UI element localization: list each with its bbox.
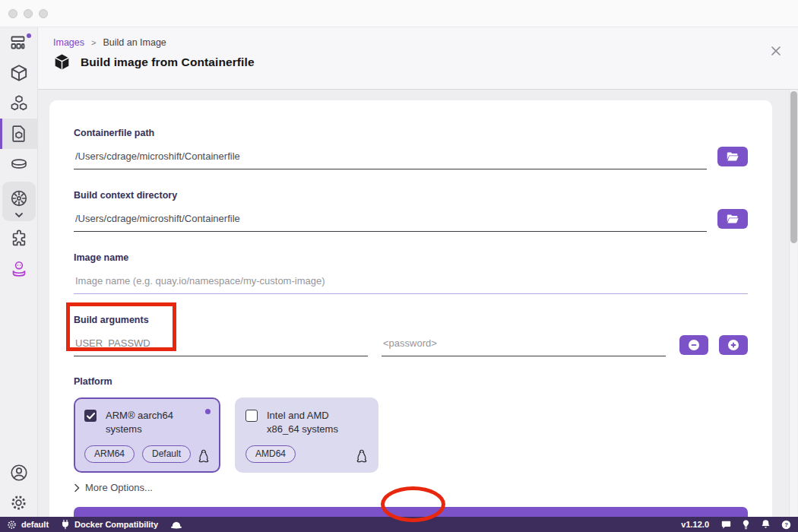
- containers-icon: [9, 63, 29, 83]
- sidebar-item-account[interactable]: [0, 458, 38, 488]
- containerfile-path-label: Containerfile path: [74, 128, 748, 138]
- app-window: Images > Build an Image Build image from…: [0, 0, 798, 532]
- close-icon[interactable]: [771, 46, 781, 56]
- close-window-button[interactable]: [8, 9, 17, 18]
- linux-penguin-icon: [198, 449, 209, 464]
- build-arguments-group: Build arguments: [74, 315, 748, 356]
- build-form-card: Containerfile path: [49, 100, 772, 517]
- sidebar: [0, 27, 38, 517]
- more-options-label: More Options...: [85, 482, 153, 493]
- lightbulb-icon[interactable]: [742, 519, 750, 530]
- macos-titlebar: [0, 0, 798, 27]
- images-icon: [9, 124, 28, 144]
- platform-group: Platform ARM® aarch64 systems: [74, 376, 748, 473]
- page-header: Images > Build an Image Build image from…: [38, 27, 798, 90]
- chevron-right-icon: [74, 483, 80, 492]
- statusbar-machine[interactable]: default: [7, 520, 49, 530]
- breadcrumb-separator: >: [91, 38, 96, 47]
- podman-icon: [170, 521, 182, 529]
- kubernetes-icon: [9, 188, 29, 208]
- statusbar-docker-compat[interactable]: Docker Compatibility: [61, 519, 158, 530]
- dashboard-icon: [9, 33, 28, 52]
- sidebar-item-pods[interactable]: [0, 88, 38, 119]
- podman-machine-icon: [7, 520, 17, 530]
- browse-containerfile-button[interactable]: [717, 147, 748, 166]
- containerfile-path-group: Containerfile path: [74, 128, 748, 169]
- extensions-icon: [9, 229, 29, 249]
- image-name-label: Image name: [74, 252, 748, 263]
- platform-card-title: ARM® aarch64 systems: [106, 409, 210, 435]
- volumes-icon: [9, 155, 29, 173]
- sidebar-item-kubernetes[interactable]: [0, 185, 38, 211]
- scrollbar[interactable]: [789, 90, 797, 517]
- checkbox-checked-icon[interactable]: [84, 410, 97, 422]
- platform-card-arm64[interactable]: ARM® aarch64 systems ARM64 Default: [74, 397, 220, 473]
- sidebar-item-dashboard[interactable]: [0, 27, 38, 58]
- platform-label: Platform: [74, 376, 748, 387]
- scrollbar-thumb[interactable]: [790, 91, 797, 243]
- minimize-window-button[interactable]: [24, 9, 33, 18]
- checkbox-unchecked-icon[interactable]: [245, 410, 258, 422]
- platform-card-amd64[interactable]: Intel and AMD x86_64 systems AMD64: [235, 397, 378, 473]
- status-bar: default Docker Compatibility v1.12.0: [0, 517, 798, 532]
- more-options-toggle[interactable]: More Options...: [74, 482, 748, 493]
- build-context-label: Build context directory: [74, 190, 748, 201]
- statusbar-machine-label: default: [21, 520, 49, 529]
- sidebar-item-images[interactable]: [0, 119, 38, 149]
- pods-icon: [9, 93, 29, 113]
- svg-text:?: ?: [784, 521, 788, 528]
- build-context-group: Build context directory: [74, 190, 748, 232]
- maximize-window-button[interactable]: [39, 9, 48, 18]
- plus-circle-icon: [727, 339, 739, 351]
- notification-dot: [27, 33, 31, 38]
- build-arg-key-input[interactable]: [74, 330, 368, 356]
- statusbar-podman[interactable]: [170, 521, 182, 529]
- folder-open-icon: [727, 214, 739, 224]
- breadcrumb: Images > Build an Image: [53, 37, 784, 48]
- image-name-input[interactable]: [74, 268, 748, 294]
- plug-icon: [61, 519, 70, 530]
- sidebar-group-kubernetes: [2, 182, 36, 221]
- chevron-down-icon[interactable]: [14, 211, 24, 219]
- build-cube-icon: [53, 53, 71, 71]
- platform-badge: ARM64: [84, 445, 135, 463]
- platform-badge: AMD64: [245, 445, 296, 463]
- containerfile-path-input[interactable]: [74, 143, 707, 169]
- folder-open-icon: [727, 151, 739, 162]
- selected-dot-icon: [205, 409, 211, 414]
- help-icon[interactable]: ?: [781, 520, 791, 530]
- settings-icon: [9, 493, 28, 512]
- account-icon: [9, 463, 29, 483]
- statusbar-version: v1.12.0: [681, 520, 709, 529]
- sidebar-item-ai-lab[interactable]: [0, 254, 38, 284]
- statusbar-docker-compat-label: Docker Compatibility: [74, 520, 158, 529]
- add-build-arg-button[interactable]: [719, 335, 748, 355]
- sidebar-item-extensions[interactable]: [0, 223, 38, 254]
- linux-penguin-icon: [356, 449, 367, 464]
- build-arg-value-input[interactable]: [382, 330, 666, 356]
- image-name-group: Image name: [74, 252, 748, 294]
- breadcrumb-current: Build an Image: [103, 37, 166, 48]
- browse-context-button[interactable]: [717, 209, 748, 229]
- sidebar-item-settings[interactable]: [0, 488, 38, 517]
- breadcrumb-images-link[interactable]: Images: [53, 37, 84, 48]
- minus-circle-icon: [688, 339, 700, 351]
- sidebar-item-containers[interactable]: [0, 58, 38, 88]
- content-area: Containerfile path: [38, 90, 798, 517]
- remove-build-arg-button[interactable]: [679, 335, 708, 355]
- build-button[interactable]: Build: [74, 507, 748, 517]
- sidebar-item-volumes[interactable]: [0, 149, 38, 179]
- feedback-icon[interactable]: [721, 520, 731, 530]
- platform-badge: Default: [142, 445, 191, 463]
- build-arguments-label: Build arguments: [74, 315, 748, 325]
- bell-icon[interactable]: [761, 519, 771, 530]
- page-title: Build image from Containerfile: [81, 55, 255, 69]
- platform-card-title: Intel and AMD x86_64 systems: [267, 409, 368, 435]
- build-context-input[interactable]: [74, 205, 707, 232]
- ai-lab-icon: [10, 259, 28, 279]
